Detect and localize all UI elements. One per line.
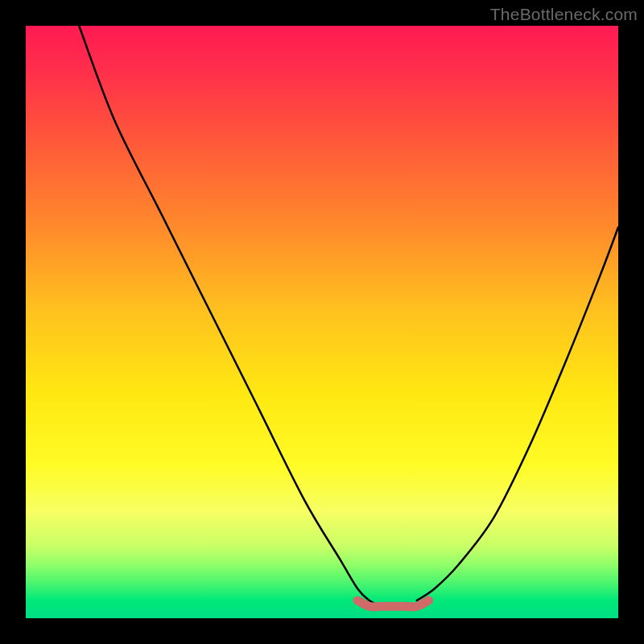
right-curve xyxy=(417,227,618,601)
plot-area xyxy=(26,26,618,618)
figure-frame: TheBottleneck.com xyxy=(0,0,644,644)
curves-svg xyxy=(26,26,618,618)
valley-thick xyxy=(357,601,428,607)
left-curve xyxy=(79,26,381,606)
watermark-text: TheBottleneck.com xyxy=(490,5,638,24)
